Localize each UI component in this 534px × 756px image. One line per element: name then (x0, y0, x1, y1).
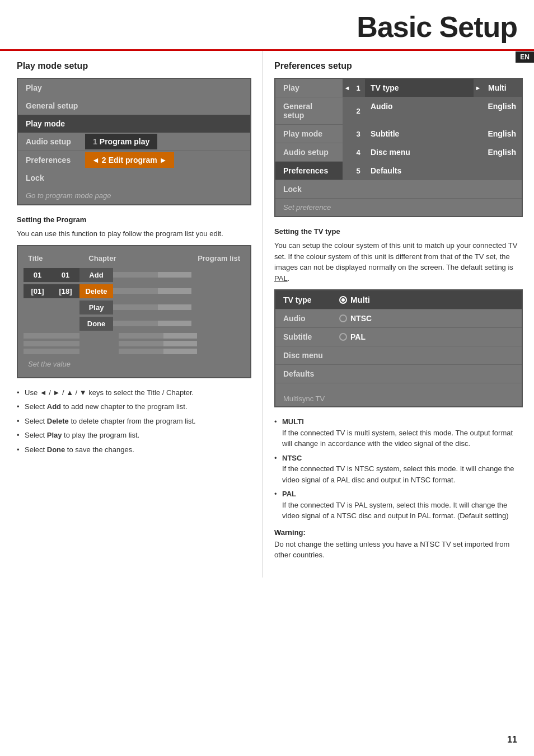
arrow-right-tv: ► (474, 79, 483, 97)
pref-label-audio-setup: Audio setup (275, 143, 343, 161)
prog-empty-9 (119, 333, 163, 339)
pref-num-4: 4 (352, 143, 365, 161)
program-play-option: 1 Program play (85, 134, 157, 149)
bullet-item-5: Select Done to save the changes. (17, 444, 251, 456)
prog-chapter-1: 01 (51, 268, 79, 282)
tv-spacer (275, 383, 522, 391)
tv-label-subtitle: Subtitle (283, 332, 339, 341)
prog-empty-7 (113, 321, 158, 326)
right-section-title: Preferences setup (274, 61, 523, 71)
pref-num-5: 5 (352, 162, 365, 180)
pref-row-audio: General setup 2 Audio English (275, 97, 522, 125)
program-row-1: 01 01 Add (24, 268, 245, 282)
bullet-item-4: Select Play to play the program list. (17, 430, 251, 441)
page-number: 11 (507, 735, 517, 745)
prog-empty-3 (113, 288, 158, 294)
prog-title-1: 01 (24, 268, 51, 282)
tv-label-defaults2: Defaults (283, 369, 339, 378)
play-mode-menu-box: Play General setup Play mode Audio setup… (17, 78, 251, 205)
tv-option-multi: Multi (339, 295, 370, 304)
col-program-list: Program list (184, 252, 245, 265)
program-row-empty-1 (24, 333, 245, 339)
pref-value-defaults (483, 162, 522, 180)
pref-row-defaults: Preferences 5 Defaults (275, 162, 522, 180)
prog-empty-1 (113, 272, 158, 278)
edit-program-option: ◄ 2 Edit program ► (85, 152, 174, 168)
menu-item-play-mode[interactable]: Play mode (18, 115, 250, 133)
desc-ntsc: NTSCIf the connected TV is NTSC system, … (274, 453, 523, 486)
menu-item-preferences[interactable]: Preferences (18, 151, 85, 169)
pref-num-2: 2 (352, 97, 365, 124)
tv-label-audio: Audio (283, 314, 339, 323)
pref-label-set: Set preference (275, 199, 343, 216)
menu-item-play[interactable]: Play (18, 79, 250, 97)
pref-value-disc-menu: English (482, 143, 522, 161)
setting-program-title: Setting the Program (17, 215, 251, 224)
col-chapter: Chapter (84, 252, 144, 265)
pref-num-3: 3 (352, 125, 365, 143)
program-row-play: Play (24, 300, 245, 314)
page-title: Basic Setup (357, 10, 517, 44)
pref-row-disc-menu: Audio setup 4 Disc menu English (275, 143, 522, 162)
language-badge: EN (516, 51, 534, 63)
prog-play-btn[interactable]: Play (79, 300, 113, 314)
prog-empty-8 (158, 321, 191, 326)
pref-row-subtitle: Play mode 3 Subtitle English (275, 125, 522, 143)
menu-item-preferences-row: Preferences ◄ 2 Edit program ► (18, 151, 250, 169)
tv-type-setting-body: You can setup the colour system of this … (274, 240, 523, 284)
tv-descriptions: MULTIIf the connected TV is multi system… (274, 416, 523, 522)
warning-body: Do not change the setting unless you hav… (274, 539, 523, 561)
prog-empty-2 (158, 272, 191, 278)
radio-multi[interactable] (339, 296, 347, 304)
tv-option-ntsc: NTSC (339, 314, 372, 323)
desc-pal: PALIf the connected TV is PAL system, se… (274, 489, 523, 522)
bullet-item-2: Select Add to add new chapter to the pro… (17, 401, 251, 412)
prog-delete-btn[interactable]: Delete (79, 284, 113, 298)
prog-add-btn[interactable]: Add (79, 268, 113, 282)
pref-value-audio: English (482, 97, 522, 124)
tv-row-tvtype: TV type Multi (275, 290, 522, 309)
program-list-header: Title Chapter Program list (24, 252, 245, 265)
left-column: Play mode setup Play General setup Play … (0, 51, 263, 577)
tv-label-disc: Disc menu (283, 351, 339, 360)
prog-done-btn[interactable]: Done (79, 317, 113, 331)
menu-footer[interactable]: Go to program mode page (18, 187, 250, 204)
tv-row-defaults: Defaults (275, 365, 522, 383)
main-content: Play mode setup Play General setup Play … (0, 51, 534, 577)
bullet-item-3: Select Delete to delete chapter from the… (17, 416, 251, 427)
pref-row-play: Play ◄ 1 TV type ► Multi (275, 79, 522, 97)
prog-empty-10 (119, 341, 163, 346)
tv-footer: Multisync TV (275, 391, 522, 406)
pref-row-set: Set preference (275, 199, 522, 216)
pref-label-playmode: Play mode (275, 125, 343, 143)
menu-item-lock[interactable]: Lock (18, 169, 250, 187)
pref-name-disc-menu: Disc menu (365, 143, 482, 161)
tv-row-disc: Disc menu (275, 346, 522, 365)
warning-title: Warning: (274, 528, 523, 537)
right-column: Preferences setup Play ◄ 1 TV type ► Mul… (263, 51, 534, 577)
prog-empty-11 (119, 349, 163, 354)
radio-pal[interactable] (339, 333, 347, 341)
program-row-empty-3 (24, 349, 245, 354)
radio-ntsc[interactable] (339, 314, 347, 322)
pref-num-1: 1 (352, 79, 365, 97)
program-row-empty-2 (24, 341, 245, 346)
program-list-footer: Set the value (24, 356, 245, 372)
tv-label-tvtype: TV type (283, 295, 339, 304)
prog-empty-5 (113, 304, 158, 310)
program-row-done: Done (24, 317, 245, 331)
pref-label-general: General setup (275, 97, 343, 124)
prog-chapter-2: [18] (51, 284, 79, 298)
tv-type-box: TV type Multi Audio NTSC Subtitle (274, 289, 523, 407)
pref-label-lock: Lock (275, 180, 343, 198)
pref-name-audio: Audio (365, 97, 482, 124)
pref-value-subtitle: English (482, 125, 522, 143)
tv-type-setting-title: Setting the TV type (274, 227, 523, 236)
prog-empty-4 (158, 288, 191, 294)
menu-item-general-setup[interactable]: General setup (18, 97, 250, 115)
pref-label-play: Play (275, 79, 343, 97)
left-section-title: Play mode setup (17, 61, 251, 71)
page-header: Basic Setup (0, 0, 534, 51)
menu-item-audio-setup[interactable]: Audio setup (18, 133, 85, 151)
col-title: Title (24, 252, 84, 265)
